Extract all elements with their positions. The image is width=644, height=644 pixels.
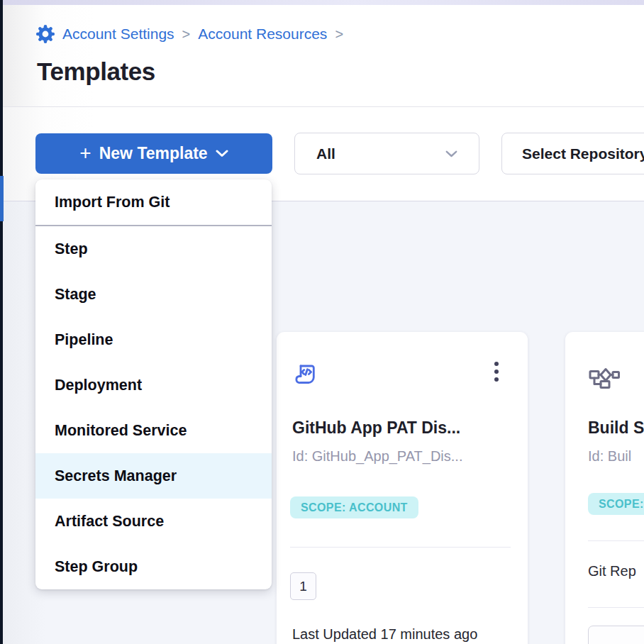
- breadcrumb: Account Settings > Account Resources >: [35, 24, 344, 44]
- breadcrumb-account-resources[interactable]: Account Resources: [198, 26, 327, 43]
- stage-template-icon: [588, 365, 620, 391]
- template-card-github-app-pat[interactable]: GitHub App PAT Dis... Id: GitHub_App_PAT…: [277, 332, 528, 644]
- card-divider: [588, 607, 644, 608]
- scope-badge: SCOPE: ACCOUNT: [290, 496, 418, 518]
- template-card-id: Id: Buil: [588, 448, 631, 465]
- left-nav-rail: [0, 0, 3, 644]
- template-type-filter[interactable]: All: [294, 133, 479, 174]
- last-updated-text: Last Updated 17 minutes ago: [292, 626, 477, 643]
- breadcrumb-separator: >: [334, 26, 344, 43]
- menu-item-monitored-service[interactable]: Monitored Service: [35, 408, 272, 453]
- breadcrumb-separator: >: [182, 26, 191, 43]
- card-divider: [588, 540, 644, 541]
- version-chip: [588, 626, 644, 644]
- menu-item-stage[interactable]: Stage: [35, 272, 272, 317]
- template-card-id: Id: GitHub_App_PAT_Dis...: [292, 448, 462, 465]
- menu-item-import-from-git[interactable]: Import From Git: [35, 179, 272, 226]
- top-accent-strip: [3, 0, 644, 5]
- repository-filter-label: Select Repository: [522, 145, 644, 162]
- scope-badge: SCOPE: ACCOUNT: [588, 493, 644, 515]
- templates-page: Account Settings > Account Resources > T…: [0, 0, 644, 644]
- new-template-label: New Template: [99, 144, 208, 163]
- page-title: Templates: [37, 57, 155, 86]
- template-card-title: Build S: [588, 418, 644, 438]
- gear-icon: [35, 24, 55, 44]
- new-template-button[interactable]: + New Template: [35, 133, 272, 174]
- menu-item-pipeline[interactable]: Pipeline: [35, 317, 272, 362]
- menu-item-step[interactable]: Step: [35, 226, 272, 272]
- menu-item-step-group[interactable]: Step Group: [35, 544, 272, 589]
- breadcrumb-account-settings[interactable]: Account Settings: [62, 26, 174, 43]
- template-card-build-stage[interactable]: Build S Id: Buil SCOPE: ACCOUNT Git Rep: [565, 332, 644, 644]
- menu-item-secrets-manager[interactable]: Secrets Manager: [35, 453, 272, 499]
- menu-item-deployment[interactable]: Deployment: [35, 362, 272, 408]
- new-template-menu: Import From Git Step Stage Pipeline Depl…: [35, 179, 272, 589]
- code-template-icon: [292, 362, 321, 390]
- chevron-down-icon: [445, 150, 457, 157]
- nav-scroll-indicator[interactable]: [0, 176, 4, 221]
- git-repo-text: Git Rep: [588, 563, 636, 579]
- template-card-title: GitHub App PAT Dis...: [292, 418, 460, 438]
- kebab-menu-icon[interactable]: [489, 360, 504, 384]
- plus-icon: +: [79, 143, 91, 163]
- template-type-filter-value: All: [316, 145, 335, 162]
- repository-filter[interactable]: Select Repository: [501, 133, 644, 174]
- chevron-down-icon: [216, 150, 228, 157]
- page-header: Account Settings > Account Resources > T…: [3, 5, 644, 106]
- card-divider: [290, 547, 511, 548]
- menu-item-artifact-source[interactable]: Artifact Source: [35, 499, 272, 544]
- version-chip: 1: [290, 572, 316, 600]
